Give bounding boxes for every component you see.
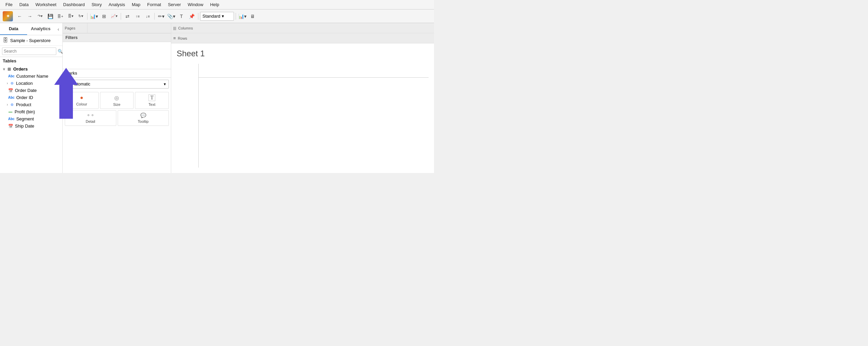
text-mark-button[interactable]: T Text — [135, 92, 169, 109]
datasource-icon: 🗄 — [3, 37, 8, 43]
detail-mark-button[interactable]: ⚬⚬ Detail — [65, 110, 116, 126]
search-input[interactable] — [2, 47, 56, 55]
size-mark-button[interactable]: ◎ Size — [100, 92, 134, 109]
order-date-item[interactable]: 📅 Order Date — [0, 87, 62, 94]
orders-table-item[interactable]: ∨ ⊞ Orders — [0, 65, 62, 73]
tab-analytics[interactable]: Analytics — [27, 23, 54, 35]
menu-worksheet[interactable]: Worksheet — [33, 1, 59, 8]
center-panel: Pages Filters Marks ⊞ Automatic ▾ ● Colo… — [63, 23, 171, 173]
present-button[interactable]: 📊▾ — [238, 12, 247, 21]
menu-data[interactable]: Data — [17, 1, 31, 8]
menu-bar: File Data Worksheet Dashboard Story Anal… — [0, 0, 434, 9]
separator-3 — [154, 13, 155, 20]
tab-data[interactable]: Data — [0, 23, 27, 35]
tooltip-mark-button[interactable]: 💬 Tooltip — [118, 110, 169, 126]
menu-analysis[interactable]: Analysis — [106, 1, 127, 8]
canvas-lines — [198, 64, 429, 168]
main-layout: Data Analytics ‹ 🗄 Sample - Superstore 🔍… — [0, 23, 434, 173]
attach-button[interactable]: 📎▾ — [166, 12, 176, 21]
standard-dropdown[interactable]: Standard ▾ — [200, 12, 234, 21]
standard-label: Standard — [202, 14, 220, 19]
location-expander[interactable]: › — [7, 81, 8, 85]
size-mark-label: Size — [113, 102, 120, 107]
pages-label: Pages — [65, 26, 85, 30]
sort-desc-button[interactable]: ↓≡ — [143, 12, 153, 21]
location-item[interactable]: › ⊛ Location — [0, 80, 62, 87]
panel-tabs: Data Analytics ‹ — [0, 23, 62, 35]
filters-area — [63, 42, 171, 69]
segment-label: Segment — [16, 116, 34, 121]
marks-dropdown-chevron: ▾ — [164, 82, 166, 86]
product-hierarchy-icon: ⊛ — [9, 102, 14, 107]
columns-shelf: ||| Columns — [171, 23, 434, 33]
ship-date-item[interactable]: 📅 Ship Date — [0, 122, 62, 130]
text-table-button[interactable]: ⊞ — [99, 12, 109, 21]
order-date-label: Order Date — [15, 88, 37, 93]
customer-name-abc-icon: Abc — [8, 74, 15, 78]
menu-help[interactable]: Help — [208, 1, 222, 8]
bar-chart-button[interactable]: 📊▾ — [89, 12, 99, 21]
menu-map[interactable]: Map — [129, 1, 143, 8]
datasource-name[interactable]: Sample - Superstore — [10, 38, 51, 43]
add-datasource-button[interactable]: 🗄+ — [56, 12, 65, 21]
tables-section: Tables ∨ ⊞ Orders Abc Customer Name › ⊛ … — [0, 57, 62, 173]
marks-grid-bottom: ⚬⚬ Detail 💬 Tooltip — [63, 110, 171, 127]
marks-type-dropdown[interactable]: ⊞ Automatic ▾ — [65, 80, 169, 89]
separator-1 — [87, 13, 87, 20]
toolbar: ✦ ← → ↷▾ 💾 🗄+ 🗄▾ ↻▾ 📊▾ ⊞ 📈▾ ⇄ ↑≡ ↓≡ ✏▾ 📎… — [0, 9, 434, 23]
search-icon[interactable]: 🔍 — [57, 47, 63, 55]
segment-item[interactable]: Abc Segment — [0, 115, 62, 122]
forward-button[interactable]: → — [25, 12, 35, 21]
menu-server[interactable]: Server — [165, 1, 183, 8]
left-panel: Data Analytics ‹ 🗄 Sample - Superstore 🔍… — [0, 23, 63, 173]
product-item[interactable]: › ⊛ Product — [0, 101, 62, 108]
rows-icon: ≡ — [173, 36, 176, 41]
order-date-calendar-icon: 📅 — [8, 88, 13, 93]
ship-date-calendar-icon: 📅 — [8, 124, 13, 129]
annotate-button[interactable]: ✏▾ — [156, 12, 166, 21]
device-button[interactable]: 🖥 — [248, 12, 257, 21]
colour-mark-button[interactable]: ● Colour — [65, 92, 99, 109]
filters-header: Filters — [63, 33, 171, 42]
menu-dashboard[interactable]: Dashboard — [60, 1, 87, 8]
pages-shelf: Pages — [63, 23, 171, 33]
refresh-button[interactable]: ↻▾ — [76, 12, 85, 21]
colour-mark-label: Colour — [76, 102, 87, 106]
rows-shelf: ≡ Rows — [171, 33, 434, 43]
marks-grid: ● Colour ◎ Size T Text — [63, 91, 171, 110]
textbox-button[interactable]: T — [177, 12, 186, 21]
profit-bin-item[interactable]: ▪▪▪ Profit (bin) — [0, 108, 62, 115]
order-id-item[interactable]: Abc Order ID — [0, 94, 62, 101]
menu-story[interactable]: Story — [89, 1, 104, 8]
datasource-button[interactable]: 🗄▾ — [66, 12, 75, 21]
marks-section: Marks ⊞ Automatic ▾ ● Colour ◎ Size T Te… — [63, 69, 171, 173]
orders-label: Orders — [13, 66, 28, 72]
panel-close-button[interactable]: ‹ — [54, 23, 62, 35]
detail-mark-icon: ⚬⚬ — [86, 113, 95, 118]
redo-button[interactable]: ↷▾ — [35, 12, 45, 21]
menu-format[interactable]: Format — [144, 1, 164, 8]
product-expander[interactable]: › — [7, 103, 8, 107]
pin-button[interactable]: 📌 — [187, 12, 196, 21]
columns-label: Columns — [178, 26, 193, 30]
size-mark-icon: ◎ — [114, 95, 119, 101]
tooltip-mark-label: Tooltip — [138, 119, 149, 123]
product-label: Product — [16, 102, 31, 107]
ship-date-label: Ship Date — [15, 123, 34, 129]
profit-bin-measure-icon: ▪▪▪ — [8, 110, 13, 114]
back-button[interactable]: ← — [15, 12, 24, 21]
sort-asc-button[interactable]: ↑≡ — [133, 12, 142, 21]
menu-window[interactable]: Window — [185, 1, 206, 8]
columns-icon: ||| — [173, 26, 176, 30]
marks-header: Marks — [63, 69, 171, 78]
sheet-title: Sheet 1 — [177, 49, 429, 58]
customer-name-item[interactable]: Abc Customer Name — [0, 73, 62, 80]
text-mark-label: Text — [149, 102, 155, 107]
orders-expander[interactable]: ∨ — [3, 67, 5, 71]
detail-mark-label: Detail — [86, 119, 95, 123]
save-button[interactable]: 💾 — [45, 12, 55, 21]
chart-type-button[interactable]: 📈▾ — [110, 12, 119, 21]
menu-file[interactable]: File — [3, 1, 15, 8]
datasource-row: 🗄 Sample - Superstore — [0, 35, 62, 46]
swap-button[interactable]: ⇄ — [123, 12, 132, 21]
